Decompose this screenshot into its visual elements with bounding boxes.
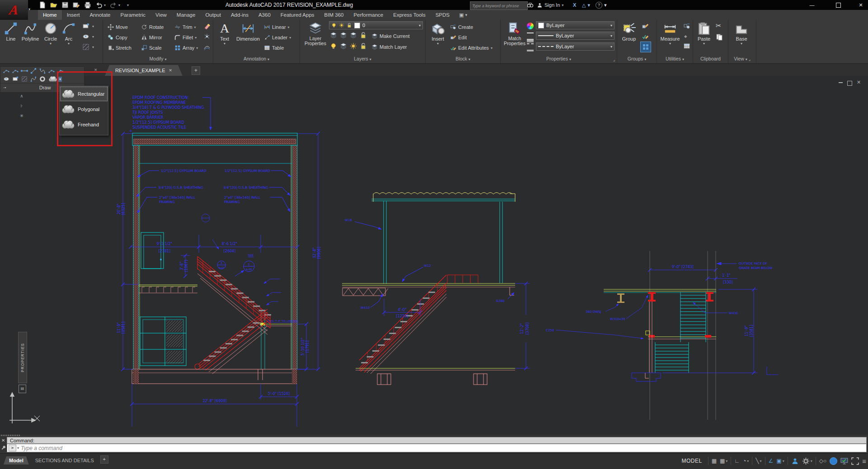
divide-icon[interactable] xyxy=(48,68,55,74)
quick-calc-icon[interactable] xyxy=(683,42,690,50)
match-layer-button[interactable]: Match Layer xyxy=(371,43,407,51)
create-block-button[interactable]: Create xyxy=(450,23,473,31)
tab-express-tools[interactable]: Express Tools xyxy=(388,10,430,20)
polar-tracking-toggle[interactable]: ◔▾ xyxy=(743,458,749,464)
lineweight-combo[interactable]: ByLayer▾ xyxy=(536,32,615,40)
insert-button[interactable]: Insert▾ xyxy=(428,22,447,45)
redo-icon[interactable] xyxy=(110,1,117,9)
id-point-icon[interactable]: ⌖ xyxy=(684,33,687,40)
annotation-monitor-icon[interactable] xyxy=(840,457,848,465)
rectangle-dropdown-icon[interactable]: ▾ xyxy=(92,24,94,28)
circle-button[interactable]: Circle▾ xyxy=(42,22,60,45)
tab-output[interactable]: Output xyxy=(200,10,226,20)
make-current-button[interactable]: Make Current xyxy=(371,33,410,40)
layer-isolate-icon[interactable] xyxy=(340,32,347,39)
hatch-icon[interactable] xyxy=(82,43,89,51)
command-input[interactable]: > ▾ Type a command xyxy=(7,444,867,452)
sign-in-label[interactable]: Sign In xyxy=(544,2,560,8)
exchange-apps-icon[interactable]: X xyxy=(573,1,576,9)
dock-icon[interactable]: ⊦ xyxy=(17,101,26,111)
tab-parametric[interactable]: Parametric xyxy=(116,10,151,20)
explode-icon[interactable] xyxy=(203,33,211,40)
undo-icon[interactable] xyxy=(95,1,103,9)
array-button[interactable]: Array▾ xyxy=(174,44,198,51)
offset-icon[interactable] xyxy=(203,43,211,51)
customization-menu-icon[interactable]: ≡ xyxy=(862,457,866,465)
search-icon[interactable] xyxy=(527,1,534,9)
linear-button[interactable]: Linear▾ xyxy=(264,23,290,31)
trim-button[interactable]: Trim▾ xyxy=(174,23,196,31)
tab-insert[interactable]: Insert xyxy=(62,10,85,20)
search-input[interactable]: Type a keyword or phrase xyxy=(470,1,528,10)
layer-select-combo[interactable]: 0 ▾ xyxy=(329,21,423,29)
table-button[interactable]: Table xyxy=(264,44,284,51)
hatch-dropdown-icon[interactable]: ▾ xyxy=(92,45,94,49)
command-customize-icon[interactable] xyxy=(1,446,6,451)
properties-dialog-launcher-icon[interactable]: ⌟ xyxy=(613,57,615,62)
linetype-icon[interactable] xyxy=(527,43,534,50)
tab-view[interactable]: View xyxy=(150,10,172,20)
linetype-combo[interactable]: ByLayer▾ xyxy=(536,42,615,51)
grid-display-toggle[interactable]: ▦ xyxy=(712,458,717,464)
properties-palette-icon[interactable]: ▤ xyxy=(19,385,26,393)
drawing-tab-close-icon[interactable]: ✕ xyxy=(169,68,173,73)
wipeout-icon[interactable] xyxy=(12,76,19,82)
group-selection-toggle[interactable] xyxy=(640,42,651,52)
layer-off-icon[interactable] xyxy=(330,32,337,39)
layout-tab-sections[interactable]: SECTIONS AND DETAILS xyxy=(30,456,99,464)
object-snap-toggle[interactable]: ▣▾ xyxy=(776,458,784,464)
minimize-button[interactable]: — xyxy=(805,1,819,9)
groups-panel-label[interactable]: Groups ▾ xyxy=(617,56,657,63)
donut-icon[interactable] xyxy=(39,76,46,82)
a360-icon[interactable]: △▾ xyxy=(582,1,590,9)
restore-button[interactable] xyxy=(831,1,845,9)
close-button[interactable]: ✕ xyxy=(854,1,868,9)
tab-a360[interactable]: A360 xyxy=(253,10,276,20)
command-recent-dropdown-icon[interactable]: ▾ xyxy=(17,446,19,450)
application-menu-arrow-icon[interactable]: ▾ xyxy=(28,7,30,11)
text-button[interactable]: A Text▾ xyxy=(217,22,232,45)
model-space-canvas[interactable]: EPDM ROOF CONSTRUCTION: EPDM ROOFING MEM… xyxy=(0,76,868,435)
layer-freeze-icon[interactable] xyxy=(350,32,357,39)
layer-unlock-icon[interactable] xyxy=(360,42,367,50)
utilities-panel-label[interactable]: Utilities ▾ xyxy=(657,56,693,63)
drawing-tab-revision-example[interactable]: REVISION_EXAMPLE ✕ xyxy=(105,65,183,76)
application-menu-button[interactable]: A xyxy=(0,0,28,20)
drawing-minimize-icon[interactable] xyxy=(839,82,843,83)
annotation-visibility-icon[interactable] xyxy=(791,457,799,465)
collapse-icon[interactable]: ∧ xyxy=(17,91,26,101)
leader-button[interactable]: Leader▾ xyxy=(264,34,291,41)
erase-icon[interactable] xyxy=(203,23,211,30)
tab-annotate[interactable]: Annotate xyxy=(84,10,115,20)
open-file-icon[interactable] xyxy=(50,1,57,9)
block-panel-label[interactable]: Block ▾ xyxy=(426,56,500,63)
paste-button[interactable]: Paste▾ xyxy=(695,22,713,45)
layer-unisolate-icon[interactable] xyxy=(340,42,347,50)
snap-mode-toggle[interactable]: ▦▾ xyxy=(720,458,727,464)
isometric-drafting-toggle[interactable]: ╲▾ xyxy=(755,458,761,464)
drawing-close-icon[interactable]: ✕ xyxy=(857,79,861,85)
spline-fit-icon[interactable] xyxy=(12,68,19,74)
edit-attributes-button[interactable]: Edit Attributes▾ xyxy=(450,44,493,51)
sign-in-control[interactable]: Sign In ▾ xyxy=(537,1,563,9)
redo-dropdown-icon[interactable]: ▾ xyxy=(118,3,120,7)
new-layout-button[interactable]: + xyxy=(100,455,108,464)
undo-dropdown-icon[interactable]: ▾ xyxy=(104,3,106,7)
workspace-switching-icon[interactable]: ◇○ xyxy=(819,458,826,464)
scale-button[interactable]: Scale xyxy=(141,44,162,51)
command-grip[interactable] xyxy=(1,435,21,436)
annotation-scale-gear[interactable]: ▾ xyxy=(802,457,812,465)
new-file-icon[interactable] xyxy=(39,1,46,9)
layer-lock-toggle-icon[interactable] xyxy=(360,32,367,39)
qat-customize-icon[interactable]: ▾ xyxy=(127,3,129,7)
tab-home[interactable]: Home xyxy=(38,10,62,20)
model-space-toggle[interactable]: MODEL xyxy=(679,458,704,464)
ortho-toggle[interactable]: ∟ xyxy=(734,458,740,464)
command-close-icon[interactable]: ✕ xyxy=(1,438,5,443)
tab-manage[interactable]: Manage xyxy=(172,10,201,20)
settings-asterisk-icon[interactable]: ✳ xyxy=(17,111,26,121)
modify-panel-label[interactable]: Modify ▾ xyxy=(103,56,213,63)
line-button[interactable]: Line xyxy=(3,22,19,42)
fillet-button[interactable]: Fillet▾ xyxy=(174,34,197,41)
layer-combo-dropdown-icon[interactable]: ▾ xyxy=(419,23,421,28)
